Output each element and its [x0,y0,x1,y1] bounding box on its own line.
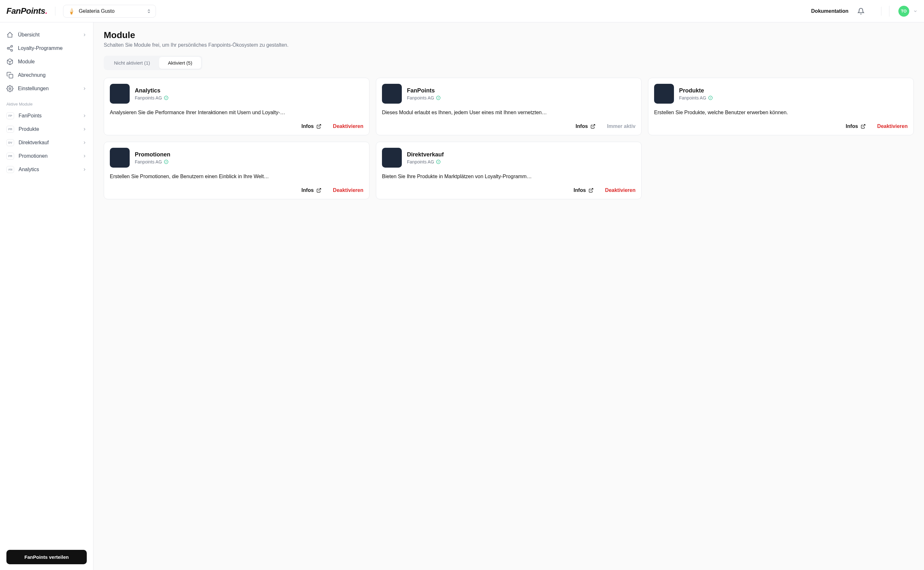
module-card-produkte: ProdukteFanpoints AGErstellen Sie Produk… [648,78,914,135]
external-link-icon [316,124,321,129]
sidebar-item-module[interactable]: Module [6,55,87,69]
chevron-right-icon [82,127,87,132]
sidebar-item-einstellungen[interactable]: Einstellungen [6,82,87,95]
sidebar-module-fanpoints[interactable]: FPFanPoints [6,109,87,123]
deactivate-button[interactable]: Deaktivieren [877,124,908,129]
sidebar-item-label: Einstellungen [18,86,49,92]
chevron-right-icon [82,154,87,158]
sidebar-item-label: Module [18,59,35,64]
module-icon [382,84,402,104]
svg-rect-3 [9,74,13,78]
module-badge: AN [6,166,14,173]
info-link[interactable]: Infos [301,124,321,129]
module-title: FanPoints [407,87,441,94]
sidebar-item-abrechnung[interactable]: Abrechnung [6,69,87,82]
sidebar-module-produkte[interactable]: PRProdukte [6,123,87,136]
home-icon [6,31,14,38]
deactivate-button[interactable]: Deaktivieren [333,187,363,193]
main: Module Schalten Sie Module frei, um Ihr … [94,22,924,570]
sidebar-module-promotionen[interactable]: PRPromotionen [6,149,87,163]
user-menu[interactable]: TO [889,6,918,17]
module-title: Produkte [679,87,713,94]
module-badge: FP [6,112,14,119]
module-icon [110,148,130,168]
sidebar-item-loyalty-programme[interactable]: Loyalty-Programme [6,41,87,55]
module-card-direktverkauf: DirektverkaufFanpoints AGBieten Sie Ihre… [376,142,642,199]
tabs: Nicht aktiviert (1)Aktiviert (5) [104,56,202,70]
external-link-icon [861,124,866,129]
sidebar-item-label: Abrechnung [18,72,45,78]
module-card-promotionen: PromotionenFanpoints AGErstellen Sie Pro… [104,142,369,199]
module-description: Dieses Modul erlaubt es Ihnen, jedem Use… [382,109,635,116]
chevron-right-icon [82,86,87,91]
deactivate-button[interactable]: Deaktivieren [605,187,635,193]
verified-icon [436,96,441,100]
info-link[interactable]: Infos [574,187,593,193]
module-vendor: Fanpoints AG [135,159,170,164]
module-card-fanpoints: FanPointsFanpoints AGDieses Modul erlaub… [376,78,642,135]
sidebar-item-label: Loyalty-Programme [18,45,63,51]
sidebar: ÜbersichtLoyalty-ProgrammeModuleAbrechnu… [0,22,94,570]
page-subtitle: Schalten Sie Module frei, um Ihr persönl… [104,42,914,48]
module-icon [382,148,402,168]
share-icon [6,45,14,52]
bell-icon[interactable] [857,8,864,15]
svg-point-2 [11,50,13,52]
header: FanPoints. 🍦 Gelateria Gusto Dokumentati… [0,0,924,22]
always-active-label: Immer aktiv [607,124,635,129]
info-link[interactable]: Infos [846,124,866,129]
module-vendor: Fanpoints AG [407,95,441,100]
page-title: Module [104,30,914,40]
module-vendor: Fanpoints AG [407,159,444,164]
distribute-button[interactable]: FanPoints verteilen [6,550,87,564]
module-badge: DV [6,139,14,146]
tab-nicht-aktiviert[interactable]: Nicht aktiviert (1) [105,57,159,69]
module-vendor: Fanpoints AG [679,95,713,100]
svg-point-0 [11,45,13,48]
sidebar-item-label: Produkte [18,126,39,132]
svg-point-4 [9,87,11,90]
module-description: Erstellen Sie Produkte, welche Benutzer … [654,109,908,116]
svg-point-1 [8,48,9,49]
sidebar-item-übersicht[interactable]: Übersicht [6,28,87,41]
module-vendor: Fanpoints AG [135,95,168,100]
chevron-down-icon [913,9,918,14]
external-link-icon [590,124,595,129]
info-link[interactable]: Infos [576,124,595,129]
box-icon [6,58,14,65]
sidebar-section-label: Aktive Module [6,102,87,107]
module-description: Analysieren Sie die Performance Ihrer In… [110,109,363,116]
verified-icon [708,96,713,100]
module-description: Erstellen Sie Promotionen, die Benutzern… [110,173,363,181]
chevron-right-icon [82,33,87,37]
module-title: Analytics [135,87,168,94]
chevron-right-icon [82,167,87,172]
logo: FanPoints. [6,6,48,16]
org-name: Gelateria Gusto [79,8,147,14]
deactivate-button[interactable]: Deaktivieren [333,124,363,129]
info-link[interactable]: Infos [301,187,321,193]
documentation-link[interactable]: Dokumentation [811,8,849,14]
verified-icon [164,96,168,100]
cards-grid: AnalyticsFanpoints AGAnalysieren Sie die… [104,78,914,199]
sidebar-item-label: Direktverkauf [18,140,49,146]
module-title: Direktverkauf [407,151,444,158]
module-badge: PR [6,126,14,133]
sidebar-module-analytics[interactable]: ANAnalytics [6,163,87,176]
external-link-icon [589,188,593,193]
sidebar-item-label: Übersicht [18,32,40,38]
chevron-right-icon [82,140,87,145]
module-icon [654,84,674,104]
sidebar-item-label: FanPoints [18,113,42,119]
avatar: TO [898,6,909,17]
verified-icon [164,159,168,164]
verified-icon [436,159,441,164]
tab-aktiviert[interactable]: Aktiviert (5) [159,57,201,69]
org-icon: 🍦 [68,8,75,15]
module-description: Bieten Sie Ihre Produkte in Marktplätzen… [382,173,635,181]
chevron-right-icon [82,113,87,118]
divider [55,7,55,16]
org-switcher[interactable]: 🍦 Gelateria Gusto [63,5,156,18]
gear-icon [6,85,14,92]
sidebar-module-direktverkauf[interactable]: DVDirektverkauf [6,136,87,149]
